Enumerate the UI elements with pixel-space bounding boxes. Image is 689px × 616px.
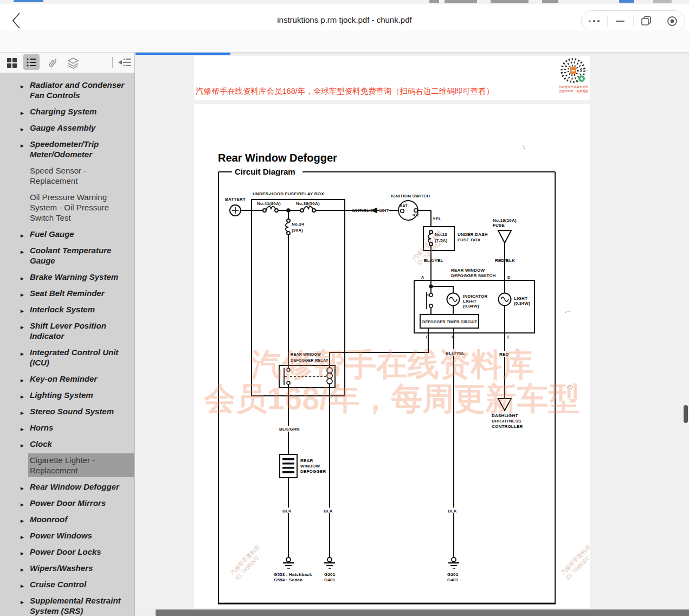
sidebar-item[interactable]: ►Coolant Temperature Gauge	[30, 245, 132, 266]
sidebar-item[interactable]: ►Power Door Mirrors	[30, 498, 132, 508]
expand-arrow-icon[interactable]: ►	[20, 322, 25, 332]
label-blk-mid: BLK	[324, 509, 333, 514]
sidebar-item[interactable]: ►Rear Window Defogger	[30, 482, 132, 492]
expand-arrow-icon[interactable]: ►	[20, 532, 25, 542]
label-defswitch-1: REAR WINDOW	[451, 268, 485, 273]
sidebar-item[interactable]: Cigarette Lighter - Replacement	[30, 455, 132, 476]
more-options-button[interactable]	[582, 11, 607, 31]
pdf-viewport[interactable]: 汽修帮手在线资料库会员168/年，全球车型资料免费查询（扫码右边二维码即可查看）…	[135, 55, 689, 616]
record-target-button[interactable]	[659, 11, 685, 31]
sidebar-item[interactable]: ►Speedometer/Trip Meter/Odometer	[30, 139, 132, 159]
expand-arrow-icon[interactable]: ►	[20, 124, 25, 134]
chrome-fragment	[491, 0, 529, 3]
sidebar-item[interactable]: ►Brake Warning System	[30, 272, 132, 282]
pdf-page-header-band: 汽修帮手在线资料库会员168/年，全球车型资料免费查询（扫码右边二维码即可查看）…	[194, 56, 590, 100]
qr-caption-2: 仅需168/年，每周更新	[557, 89, 590, 93]
expand-arrow-icon[interactable]: ►	[20, 140, 25, 151]
sidebar-item-label: Shift Lever Position Indicator	[30, 321, 106, 341]
sidebar-item[interactable]: ►Integrated Control Unit (ICU)	[30, 347, 132, 368]
sidebar-item[interactable]: Speed Sensor - Replacement	[30, 165, 132, 186]
minimize-button[interactable]	[608, 11, 633, 31]
sidebar-item[interactable]: ►Radiator and Condenser Fan Controls	[30, 80, 132, 100]
expand-arrow-icon[interactable]: ►	[20, 392, 25, 402]
sidebar-item[interactable]: ►Seat Belt Reminder	[30, 288, 132, 298]
expand-arrow-icon[interactable]: ►	[20, 290, 25, 300]
layers-icon[interactable]	[67, 57, 79, 69]
expand-arrow-icon[interactable]: ►	[20, 81, 25, 92]
restore-button[interactable]	[634, 11, 659, 31]
label-indicator-3: (0.84W)	[463, 304, 479, 309]
sidebar-item[interactable]: Oil Pressure Warning System - Oil Pressu…	[30, 192, 132, 223]
expand-arrow-icon[interactable]: ►	[20, 230, 25, 241]
label-fuse41: No.41(80A)	[257, 201, 281, 206]
sidebar-item[interactable]: ►Power Windows	[30, 530, 132, 541]
label-fuse39: No.39(50A)	[296, 201, 320, 206]
label-red: RED	[499, 352, 509, 357]
sidebar-item[interactable]: ►Key-on Reminder	[30, 374, 132, 384]
label-term-c: C	[452, 335, 454, 339]
vertical-scrollbar-thumb[interactable]	[684, 405, 688, 423]
attachments-icon[interactable]	[47, 57, 57, 69]
qr-caption-1: 扫码查询全球车型资料	[557, 85, 590, 89]
sidebar-item[interactable]: ►Charging System	[30, 106, 132, 117]
expand-arrow-icon[interactable]: ►	[20, 440, 25, 451]
expand-arrow-icon[interactable]: ►	[20, 408, 25, 418]
expand-arrow-icon[interactable]: ►	[20, 424, 25, 434]
expand-arrow-icon[interactable]: ►	[20, 564, 25, 575]
sidebar-item[interactable]: ►Supplemental Restraint System (SRS)	[30, 595, 132, 616]
label-gnd-mid-1: G201	[324, 572, 336, 577]
sidebar-item-label: Interlock System	[30, 305, 95, 314]
label-battery: BATTERY	[225, 197, 246, 202]
cropped-browser-chrome	[0, 0, 689, 4]
expand-arrow-icon[interactable]: ►	[20, 516, 25, 526]
sidebar-item-label: Gauge Assembly	[30, 123, 95, 132]
sidebar-item[interactable]: ►Wipers/Washers	[30, 563, 132, 573]
label-blk-grn: BLK/GRN	[279, 427, 300, 432]
sidebar-item-label: Cruise Control	[30, 580, 86, 589]
sidebar-item[interactable]: ►Interlock System	[30, 304, 132, 315]
chrome-fragment	[445, 0, 477, 3]
ellipsis-icon	[588, 18, 601, 24]
label-underdash-1: UNDER-DASH	[458, 232, 488, 237]
sidebar-item[interactable]: ►Stereo Sound System	[30, 406, 132, 416]
sidebar-item-label: Seat Belt Reminder	[30, 288, 105, 298]
expand-arrow-icon[interactable]: ►	[20, 306, 25, 316]
label-red-blk: RED/BLK	[495, 258, 515, 263]
horizontal-scrollbar-thumb[interactable]	[156, 609, 689, 616]
expand-arrow-icon[interactable]: ►	[20, 499, 25, 510]
current-outline-item-icon[interactable]	[117, 57, 131, 68]
label-wht: WHT	[379, 208, 389, 213]
sidebar-item-label: Lighting System	[30, 390, 93, 400]
expand-arrow-icon[interactable]: ►	[20, 247, 25, 257]
sidebar-item-label: Power Windows	[30, 531, 92, 540]
expand-arrow-icon[interactable]: ►	[20, 375, 25, 386]
expand-arrow-icon[interactable]: ►	[20, 349, 25, 359]
label-defswitch-2: DEFOGGER SWITCH	[451, 273, 496, 278]
sidebar-item-label: Power Door Mirrors	[30, 498, 106, 508]
label-wht-blk: WHT/BLK	[352, 208, 372, 213]
sidebar-item[interactable]: ►Shift Lever Position Indicator	[30, 320, 132, 341]
label-indicator-2: LIGHT	[463, 299, 476, 304]
expand-arrow-icon[interactable]: ►	[20, 108, 25, 118]
sidebar-item[interactable]: ►Cruise Control	[30, 579, 132, 589]
label-relay-2: DEFOGGER RELAY	[291, 358, 329, 363]
expand-arrow-icon[interactable]: ►	[20, 581, 25, 591]
sidebar-item[interactable]: ►Clock	[30, 439, 132, 449]
sidebar-item[interactable]: ►Moonroof	[30, 514, 132, 524]
sidebar-item[interactable]: ►Fuel Gauge	[30, 229, 132, 239]
expand-arrow-icon[interactable]: ►	[20, 597, 25, 607]
expand-arrow-icon[interactable]: ►	[20, 273, 25, 284]
sidebar-item[interactable]: ►Lighting System	[30, 390, 132, 400]
thumbnails-icon[interactable]	[7, 57, 17, 68]
sidebar-item[interactable]: ►Power Door Locks	[30, 547, 132, 557]
expand-arrow-icon[interactable]: ►	[20, 483, 25, 493]
sidebar-item-label: Charging System	[30, 107, 96, 116]
sidebar-item[interactable]: ►Horns	[30, 422, 132, 433]
expand-arrow-icon[interactable]: ►	[20, 548, 25, 559]
outline-view-button[interactable]	[23, 54, 40, 70]
label-blu-yel: BLU/YEL	[446, 351, 465, 356]
sidebar-item[interactable]: ►Gauge Assembly	[30, 123, 132, 133]
sidebar-item-label: Cigarette Lighter - Replacement	[30, 455, 95, 475]
label-indicator-1: INDICATOR	[463, 294, 488, 299]
label-fuse13-1: No.13	[435, 232, 447, 237]
